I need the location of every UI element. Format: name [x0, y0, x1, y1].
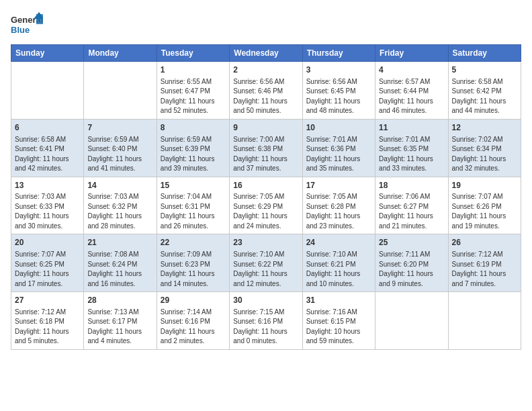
- calendar-cell: 3Sunrise: 6:56 AM Sunset: 6:45 PM Daylig…: [302, 62, 375, 120]
- week-row-5: 27Sunrise: 7:12 AM Sunset: 6:18 PM Dayli…: [11, 292, 521, 350]
- calendar-cell: 8Sunrise: 6:59 AM Sunset: 6:39 PM Daylig…: [157, 119, 229, 177]
- day-info: Sunrise: 7:00 AM Sunset: 6:38 PM Dayligh…: [233, 135, 298, 174]
- logo: General Blue: [11, 11, 43, 38]
- weekday-wednesday: Wednesday: [230, 45, 302, 62]
- day-number: 5: [452, 64, 517, 76]
- calendar-cell: [84, 62, 157, 120]
- day-info: Sunrise: 7:07 AM Sunset: 6:25 PM Dayligh…: [15, 250, 80, 289]
- day-info: Sunrise: 7:13 AM Sunset: 6:17 PM Dayligh…: [87, 308, 152, 347]
- calendar-cell: 10Sunrise: 7:01 AM Sunset: 6:36 PM Dayli…: [302, 119, 375, 177]
- day-number: 12: [452, 122, 517, 134]
- calendar-cell: 9Sunrise: 7:00 AM Sunset: 6:38 PM Daylig…: [230, 119, 302, 177]
- calendar-cell: 18Sunrise: 7:06 AM Sunset: 6:27 PM Dayli…: [375, 177, 448, 234]
- day-number: 2: [233, 64, 298, 76]
- calendar-cell: 25Sunrise: 7:11 AM Sunset: 6:20 PM Dayli…: [375, 234, 448, 292]
- day-number: 1: [161, 64, 226, 76]
- calendar-cell: 17Sunrise: 7:05 AM Sunset: 6:28 PM Dayli…: [302, 177, 375, 234]
- calendar-cell: 29Sunrise: 7:14 AM Sunset: 6:16 PM Dayli…: [157, 292, 229, 350]
- calendar-cell: 6Sunrise: 6:58 AM Sunset: 6:41 PM Daylig…: [11, 119, 84, 177]
- day-number: 23: [233, 237, 298, 248]
- day-info: Sunrise: 7:10 AM Sunset: 6:21 PM Dayligh…: [306, 250, 371, 289]
- day-info: Sunrise: 7:04 AM Sunset: 6:31 PM Dayligh…: [161, 192, 226, 231]
- day-info: Sunrise: 6:57 AM Sunset: 6:44 PM Dayligh…: [379, 77, 444, 116]
- day-number: 24: [306, 237, 371, 248]
- calendar-cell: 26Sunrise: 7:12 AM Sunset: 6:19 PM Dayli…: [448, 234, 521, 292]
- day-info: Sunrise: 7:03 AM Sunset: 6:32 PM Dayligh…: [87, 192, 152, 231]
- day-number: 6: [15, 122, 80, 134]
- calendar-cell: 22Sunrise: 7:09 AM Sunset: 6:23 PM Dayli…: [157, 234, 229, 292]
- calendar-cell: 19Sunrise: 7:07 AM Sunset: 6:26 PM Dayli…: [448, 177, 521, 234]
- day-info: Sunrise: 7:05 AM Sunset: 6:29 PM Dayligh…: [233, 192, 298, 231]
- day-info: Sunrise: 7:02 AM Sunset: 6:34 PM Dayligh…: [452, 135, 517, 174]
- logo-icon: General Blue: [11, 11, 43, 38]
- calendar-cell: 12Sunrise: 7:02 AM Sunset: 6:34 PM Dayli…: [448, 119, 521, 177]
- day-info: Sunrise: 7:01 AM Sunset: 6:36 PM Dayligh…: [306, 135, 371, 174]
- day-number: 20: [15, 237, 80, 248]
- day-number: 14: [87, 180, 152, 191]
- calendar-cell: 7Sunrise: 6:59 AM Sunset: 6:40 PM Daylig…: [84, 119, 157, 177]
- day-info: Sunrise: 6:58 AM Sunset: 6:42 PM Dayligh…: [452, 77, 517, 116]
- page-header: General Blue: [11, 11, 521, 38]
- day-number: 19: [452, 180, 517, 191]
- calendar-cell: 4Sunrise: 6:57 AM Sunset: 6:44 PM Daylig…: [375, 62, 448, 120]
- calendar-cell: 1Sunrise: 6:55 AM Sunset: 6:47 PM Daylig…: [157, 62, 229, 120]
- week-row-2: 6Sunrise: 6:58 AM Sunset: 6:41 PM Daylig…: [11, 119, 521, 177]
- weekday-friday: Friday: [375, 45, 448, 62]
- calendar-cell: 5Sunrise: 6:58 AM Sunset: 6:42 PM Daylig…: [448, 62, 521, 120]
- day-number: 26: [452, 237, 517, 248]
- calendar-cell: 13Sunrise: 7:03 AM Sunset: 6:33 PM Dayli…: [11, 177, 84, 234]
- calendar-cell: 16Sunrise: 7:05 AM Sunset: 6:29 PM Dayli…: [230, 177, 302, 234]
- calendar-cell: [375, 292, 448, 350]
- day-info: Sunrise: 6:56 AM Sunset: 6:45 PM Dayligh…: [306, 77, 371, 116]
- day-number: 11: [379, 122, 444, 134]
- week-row-4: 20Sunrise: 7:07 AM Sunset: 6:25 PM Dayli…: [11, 234, 521, 292]
- calendar-cell: 27Sunrise: 7:12 AM Sunset: 6:18 PM Dayli…: [11, 292, 84, 350]
- day-info: Sunrise: 7:12 AM Sunset: 6:18 PM Dayligh…: [15, 308, 80, 347]
- weekday-tuesday: Tuesday: [157, 45, 229, 62]
- day-number: 30: [233, 295, 298, 306]
- day-number: 15: [161, 180, 226, 191]
- calendar-cell: [448, 292, 521, 350]
- calendar-table: SundayMondayTuesdayWednesdayThursdayFrid…: [11, 44, 521, 350]
- day-info: Sunrise: 7:14 AM Sunset: 6:16 PM Dayligh…: [161, 308, 226, 347]
- weekday-monday: Monday: [84, 45, 157, 62]
- calendar-cell: 2Sunrise: 6:56 AM Sunset: 6:46 PM Daylig…: [230, 62, 302, 120]
- svg-text:Blue: Blue: [11, 25, 30, 35]
- day-info: Sunrise: 7:09 AM Sunset: 6:23 PM Dayligh…: [161, 250, 226, 289]
- weekday-thursday: Thursday: [302, 45, 375, 62]
- day-number: 22: [161, 237, 226, 248]
- day-number: 4: [379, 64, 444, 76]
- day-number: 21: [87, 237, 152, 248]
- day-info: Sunrise: 6:59 AM Sunset: 6:40 PM Dayligh…: [87, 135, 152, 174]
- day-number: 10: [306, 122, 371, 134]
- day-info: Sunrise: 7:16 AM Sunset: 6:15 PM Dayligh…: [306, 308, 371, 347]
- day-number: 13: [15, 180, 80, 191]
- week-row-3: 13Sunrise: 7:03 AM Sunset: 6:33 PM Dayli…: [11, 177, 521, 234]
- calendar-body: 1Sunrise: 6:55 AM Sunset: 6:47 PM Daylig…: [11, 62, 521, 350]
- day-number: 8: [161, 122, 226, 134]
- weekday-header-row: SundayMondayTuesdayWednesdayThursdayFrid…: [11, 45, 521, 62]
- week-row-1: 1Sunrise: 6:55 AM Sunset: 6:47 PM Daylig…: [11, 62, 521, 120]
- day-info: Sunrise: 7:06 AM Sunset: 6:27 PM Dayligh…: [379, 192, 444, 231]
- day-info: Sunrise: 7:03 AM Sunset: 6:33 PM Dayligh…: [15, 192, 80, 231]
- day-info: Sunrise: 7:01 AM Sunset: 6:35 PM Dayligh…: [379, 135, 444, 174]
- calendar-cell: 20Sunrise: 7:07 AM Sunset: 6:25 PM Dayli…: [11, 234, 84, 292]
- day-number: 18: [379, 180, 444, 191]
- day-info: Sunrise: 7:11 AM Sunset: 6:20 PM Dayligh…: [379, 250, 444, 289]
- calendar-cell: 24Sunrise: 7:10 AM Sunset: 6:21 PM Dayli…: [302, 234, 375, 292]
- day-number: 28: [87, 295, 152, 306]
- day-number: 25: [379, 237, 444, 248]
- day-number: 27: [15, 295, 80, 306]
- calendar-cell: 30Sunrise: 7:15 AM Sunset: 6:16 PM Dayli…: [230, 292, 302, 350]
- day-number: 29: [161, 295, 226, 306]
- calendar-cell: 11Sunrise: 7:01 AM Sunset: 6:35 PM Dayli…: [375, 119, 448, 177]
- calendar-cell: 28Sunrise: 7:13 AM Sunset: 6:17 PM Dayli…: [84, 292, 157, 350]
- calendar-cell: 15Sunrise: 7:04 AM Sunset: 6:31 PM Dayli…: [157, 177, 229, 234]
- day-info: Sunrise: 6:58 AM Sunset: 6:41 PM Dayligh…: [15, 135, 80, 174]
- calendar-cell: 14Sunrise: 7:03 AM Sunset: 6:32 PM Dayli…: [84, 177, 157, 234]
- day-info: Sunrise: 7:08 AM Sunset: 6:24 PM Dayligh…: [87, 250, 152, 289]
- day-info: Sunrise: 6:56 AM Sunset: 6:46 PM Dayligh…: [233, 77, 298, 116]
- day-info: Sunrise: 7:07 AM Sunset: 6:26 PM Dayligh…: [452, 192, 517, 231]
- day-info: Sunrise: 7:12 AM Sunset: 6:19 PM Dayligh…: [452, 250, 517, 289]
- day-number: 31: [306, 295, 371, 306]
